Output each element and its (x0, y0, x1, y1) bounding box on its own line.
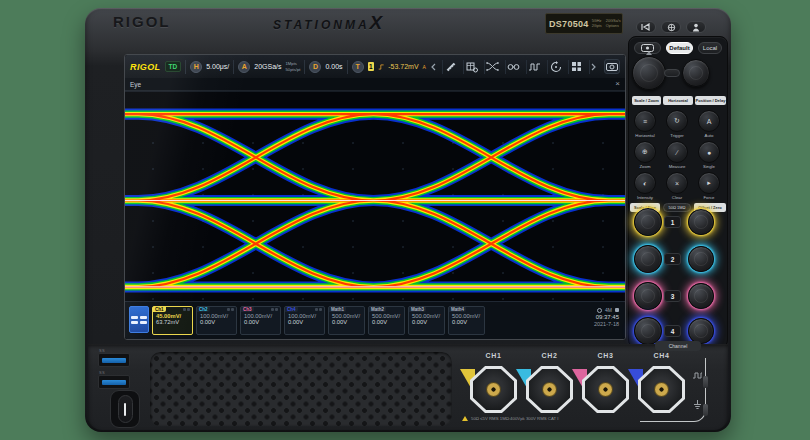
counter-icon[interactable] (526, 60, 543, 74)
channel2-button[interactable]: 2 (664, 253, 681, 265)
measure-tool-icon[interactable] (442, 60, 459, 74)
acquire-badge[interactable]: A (238, 61, 250, 73)
channel2-offset-knob[interactable] (688, 246, 714, 272)
trigger-source[interactable]: 1 (368, 62, 374, 71)
channel3-offset-knob[interactable] (688, 283, 714, 309)
transfer-icon (641, 23, 651, 31)
horizontal-scale-knob[interactable] (632, 56, 666, 90)
timebase-value[interactable]: 5.00μs/ (206, 63, 229, 70)
channel4-status-box[interactable]: Ch4 100.00mV/ 0.00V (284, 306, 325, 335)
local-button[interactable]: Local (698, 42, 722, 54)
ground-icon (692, 396, 703, 414)
single-button[interactable]: ● (698, 141, 720, 163)
horizontal-button-icon: ≡ (643, 118, 647, 125)
trigger-level[interactable]: -53.72mV (388, 63, 418, 70)
warning-icon (462, 416, 468, 421)
trigger-slope-icon (378, 62, 384, 72)
math3-status-box[interactable]: Math3 500.00mV/ 0.00V (408, 306, 445, 335)
network-button[interactable] (661, 21, 681, 33)
channel4-button[interactable]: 4 (664, 325, 681, 337)
model-number: DS70504 (549, 19, 589, 29)
brand-logo: RIGOL (113, 13, 171, 30)
ground-terminal[interactable] (703, 404, 708, 416)
channel1-button[interactable]: 1 (664, 216, 681, 228)
memory-indicator: 4M (605, 307, 612, 314)
tab-scale-zoom[interactable]: Scale / Zoom (632, 96, 661, 105)
channel1-scale-knob[interactable] (634, 208, 662, 236)
ch3-bnc-connector[interactable] (582, 366, 629, 413)
impedance-button[interactable]: 50Ω 1MΩ (663, 203, 691, 212)
measure-button[interactable]: ∕ (666, 141, 688, 163)
divider (233, 60, 234, 74)
screenshot-button[interactable] (604, 59, 620, 74)
tab-horizontal[interactable]: Horizontal (663, 96, 693, 105)
eye-taskbar-icon[interactable] (129, 306, 149, 333)
ch1-bnc-connector[interactable] (470, 366, 517, 413)
search-icon[interactable] (505, 60, 522, 74)
apps-grid-icon[interactable] (568, 60, 585, 74)
zoom-button[interactable]: ⊕ (634, 141, 656, 163)
eye-window-title: Eye (130, 81, 141, 88)
clear-button[interactable]: × (666, 172, 688, 194)
result-table-icon[interactable] (463, 60, 480, 74)
channel2-status-box[interactable]: Ch2 100.00mV/ 0.00V (196, 306, 237, 335)
close-icon[interactable]: × (615, 80, 620, 88)
status-bar: Ch1 45.00mV/ 63.72mV Ch2 100.00mV/ 0.00V… (125, 301, 625, 339)
ch4-port-label: CH4 (638, 352, 685, 359)
bnc-center-pin (654, 382, 669, 397)
measure-button-label: Measure (662, 164, 692, 169)
horizontal-position-knob[interactable] (682, 59, 710, 87)
clock-panel[interactable]: 4M 09:37:45 2021-7-18 (592, 306, 621, 329)
scene: RIGOL STATIONMAX DS70504 5GHz 20GSa/s 2G… (0, 0, 810, 440)
expand-right-icon[interactable] (589, 60, 598, 74)
power-button[interactable] (110, 390, 140, 428)
intensity-button[interactable]: ◐ (634, 172, 656, 194)
channel1-offset-knob[interactable] (688, 209, 714, 235)
user-button[interactable] (686, 21, 706, 33)
channel3-scale-knob[interactable] (634, 282, 662, 310)
trigger-status[interactable]: TD (165, 61, 182, 72)
sample-rate-value[interactable]: 20GSa/s (254, 63, 281, 70)
force-button[interactable]: ▸ (698, 172, 720, 194)
channel3-label: Ch3 (241, 307, 254, 312)
math2-status-box[interactable]: Math2 500.00mV/ 0.00V (368, 306, 405, 335)
usb-port-2[interactable] (98, 375, 130, 389)
horizontal-button[interactable]: ≡ (634, 110, 656, 132)
collapse-left-icon[interactable] (430, 60, 438, 74)
tab-position-delay[interactable]: Position / Delay (695, 96, 726, 105)
network-icon (667, 23, 676, 32)
auto-button[interactable]: A (698, 110, 720, 132)
channel-flag-icons (183, 308, 190, 311)
channel3-button[interactable]: 3 (664, 290, 681, 302)
memory-depth: 1Mpts50pts/pt (286, 61, 301, 71)
ch4-bnc-connector[interactable] (638, 366, 685, 413)
channel3-status-box[interactable]: Ch3 100.00mV/ 0.00V (240, 306, 281, 335)
math3-label: Math3 (409, 307, 426, 312)
default-button[interactable]: Default (666, 42, 693, 54)
eye-diagram-icon[interactable] (484, 60, 501, 74)
probe-comp-terminal[interactable] (703, 376, 708, 388)
divider (347, 60, 348, 74)
zoom-button-icon: ⊕ (642, 148, 648, 156)
divider (185, 60, 186, 74)
trigger-button[interactable]: ↻ (666, 110, 688, 132)
single-button-icon: ● (707, 149, 711, 156)
math1-status-box[interactable]: Math1 500.00mV/ 0.00V (328, 306, 365, 335)
user-icon (692, 23, 700, 32)
channel2-scale-knob[interactable] (634, 245, 662, 273)
delay-value[interactable]: 0.00s (325, 63, 342, 70)
math4-status-box[interactable]: Math4 500.00mV/ 0.00V (448, 306, 485, 335)
channel1-status-box[interactable]: Ch1 45.00mV/ 63.72mV (152, 306, 193, 335)
time-display: 09:37:45 (594, 314, 619, 322)
ch2-bnc-connector[interactable] (526, 366, 573, 413)
horizontal-menu-button[interactable] (664, 69, 680, 77)
usb-port-1[interactable] (98, 353, 130, 367)
horizontal-badge[interactable]: H (190, 61, 202, 73)
history-icon[interactable] (547, 60, 564, 74)
transfer-button[interactable] (636, 21, 656, 33)
measure-button-icon: ∕ (676, 149, 677, 156)
delay-badge[interactable]: D (309, 61, 321, 73)
trigger-badge[interactable]: T (352, 61, 364, 73)
force-button-label: Force (694, 195, 724, 200)
eye-window-titlebar: Eye × (125, 78, 625, 91)
